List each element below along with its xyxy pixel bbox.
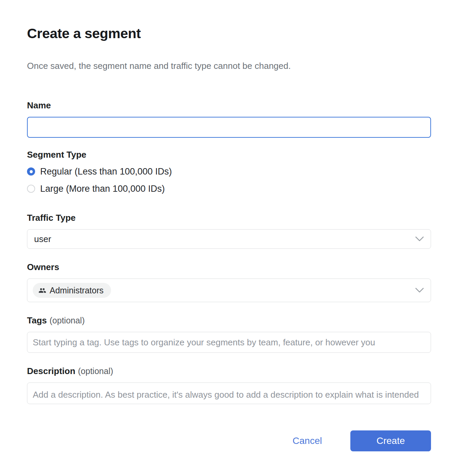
radio-option-large[interactable]: Large (More than 100,000 IDs): [27, 184, 431, 193]
owners-label: Owners: [27, 262, 431, 272]
create-button[interactable]: Create: [350, 430, 431, 451]
chevron-down-icon: [415, 288, 424, 293]
description-optional-text: (optional): [78, 366, 113, 376]
name-label: Name: [27, 100, 431, 111]
tags-input[interactable]: [27, 332, 431, 353]
tags-label: Tags(optional): [27, 315, 431, 326]
tags-optional-text: (optional): [50, 316, 85, 325]
cancel-button[interactable]: Cancel: [293, 435, 322, 446]
traffic-type-label: Traffic Type: [27, 212, 431, 223]
people-icon: [38, 287, 46, 294]
radio-unselected-icon[interactable]: [27, 185, 35, 193]
radio-option-regular[interactable]: Regular (Less than 100,000 IDs): [27, 167, 431, 176]
radio-selected-icon[interactable]: [27, 167, 35, 176]
description-label: Description(optional): [27, 366, 431, 376]
name-input[interactable]: [27, 117, 431, 138]
create-segment-dialog: Create a segment Once saved, the segment…: [0, 0, 457, 476]
tags-label-text: Tags: [27, 315, 47, 325]
segment-type-label: Segment Type: [27, 149, 431, 160]
description-textarea[interactable]: [27, 382, 431, 404]
description-label-text: Description: [27, 366, 75, 376]
radio-option-label: Regular (Less than 100,000 IDs): [40, 166, 172, 177]
owner-chip-label: Administrators: [50, 286, 104, 295]
segment-type-radio-group: Regular (Less than 100,000 IDs) Large (M…: [27, 167, 431, 193]
radio-option-label: Large (More than 100,000 IDs): [40, 184, 165, 194]
dialog-footer: Cancel Create: [27, 430, 431, 451]
owners-select[interactable]: Administrators: [27, 279, 431, 302]
dialog-subtitle: Once saved, the segment name and traffic…: [27, 60, 431, 72]
owner-chip-administrators[interactable]: Administrators: [33, 283, 111, 298]
dialog-title: Create a segment: [27, 25, 431, 42]
chevron-down-icon: [415, 236, 424, 242]
traffic-type-select[interactable]: user: [27, 229, 431, 249]
traffic-type-value: user: [34, 234, 51, 244]
